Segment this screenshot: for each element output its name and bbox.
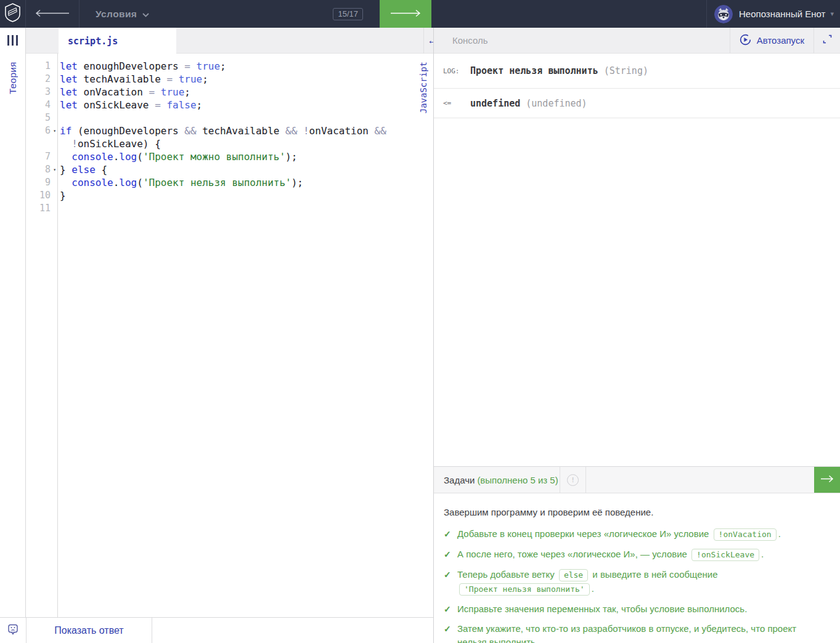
code-line[interactable]: if (enoughDevelopers && techAvailable &&…: [60, 124, 433, 137]
code-token: onVacation: [309, 125, 375, 137]
code-token: onVacation: [78, 86, 149, 98]
arrow-left-icon: [35, 9, 70, 20]
tasks-title-wrap: Задачи(выполнено 5 из 5): [434, 475, 560, 485]
code-line[interactable]: console.log('Проект нельзя выполнить');: [60, 176, 433, 189]
next-task-button[interactable]: [380, 0, 431, 28]
code-editor: 123456▾78▾91011 JavaScript let enoughDev…: [26, 54, 433, 617]
user-name: Неопознанный Енот: [739, 9, 825, 19]
code-line[interactable]: let techAvailable = true;: [60, 73, 433, 86]
code-token: }: [60, 190, 66, 201]
fold-caret-icon[interactable]: ▾: [53, 124, 56, 137]
code-line[interactable]: }: [60, 189, 433, 202]
code-line[interactable]: let onVacation = true;: [60, 86, 433, 99]
task-item: ✓Добавьте в конец проверки через «логиче…: [444, 527, 826, 541]
tasks-progress: (выполнено 5 из 5): [477, 475, 558, 485]
code-token: techAvailable: [197, 125, 286, 137]
line-number: 9: [26, 176, 57, 189]
course-dropdown[interactable]: Условия: [96, 9, 149, 20]
code-token: [161, 99, 167, 111]
tasks-info-button[interactable]: !: [560, 467, 586, 493]
code-lines[interactable]: JavaScript let enoughDevelopers = true;l…: [58, 54, 433, 617]
code-token: [60, 151, 71, 163]
shield-logo-icon: [4, 3, 21, 25]
console-entry-badge: <=: [443, 99, 470, 107]
progress-badge: 15/17: [333, 8, 363, 20]
console-entry-type: (String): [604, 65, 648, 76]
show-answer-button[interactable]: Показать ответ: [26, 618, 152, 643]
task-item: ✓Теперь добавьте ветку else и выведите в…: [444, 568, 826, 596]
autorun-button[interactable]: Автозапуск: [730, 28, 813, 53]
app-logo[interactable]: [0, 0, 26, 28]
code-token: let: [60, 99, 78, 111]
code-token: techAvailable: [78, 73, 167, 85]
console-entry: LOG:Проект нельзя выполнить(String): [434, 54, 840, 89]
code-token: 'Проект можно выполнить': [143, 151, 285, 163]
code-token: [190, 60, 197, 72]
check-icon: ✓: [444, 602, 452, 616]
console-output: LOG:Проект нельзя выполнить(String)<=und…: [434, 54, 840, 466]
code-token: onSickLeave) {: [78, 138, 161, 150]
course-title-label: Условия: [96, 9, 137, 20]
expand-icon: [823, 34, 832, 46]
code-token: [60, 177, 71, 188]
code-token: true: [179, 73, 203, 85]
code-token: ;: [220, 60, 226, 72]
code-token: if: [60, 125, 71, 137]
task-text: Добавьте в конец проверки через «логичес…: [457, 527, 781, 541]
code-token: log: [119, 151, 137, 163]
line-number: 8▾: [26, 163, 57, 176]
task-text: А после него, тоже через «логическое И»,…: [457, 548, 764, 562]
console-panel: Консоль Автозапуск LOG:Проект нельзя вып…: [433, 28, 840, 643]
tasks-header: Задачи(выполнено 5 из 5) !: [434, 466, 840, 493]
editor-footer: Показать ответ: [0, 617, 433, 643]
code-token: 'Проект нельзя выполнить': [143, 177, 292, 188]
editor-tabbar: script.js: [26, 28, 433, 54]
console-header: Консоль Автозапуск: [434, 28, 840, 54]
code-token: onSickLeave: [78, 99, 155, 111]
line-number: 11: [26, 202, 57, 215]
task-code-chip: 'Проект нельзя выполнить': [459, 583, 590, 596]
feedback-button[interactable]: [0, 618, 26, 643]
code-token: &&: [184, 125, 196, 137]
user-chevron-icon: ▾: [830, 10, 834, 18]
top-navbar: Условия 15/17: [0, 0, 840, 28]
code-line[interactable]: !onSickLeave) {: [60, 137, 433, 150]
code-line[interactable]: [60, 202, 433, 215]
code-line[interactable]: } else {: [60, 163, 433, 176]
line-number: 1: [26, 60, 57, 73]
check-icon: ✓: [444, 568, 452, 596]
code-token: console: [71, 151, 113, 163]
code-token: let: [60, 73, 78, 85]
code-line[interactable]: let enoughDevelopers = true;: [60, 60, 433, 73]
code-line[interactable]: [60, 111, 433, 124]
back-button[interactable]: [26, 0, 80, 28]
expand-console-button[interactable]: [813, 28, 840, 53]
code-token: else: [71, 164, 96, 176]
code-token: &&: [285, 125, 297, 137]
left-sidebar: Теория: [0, 28, 26, 643]
code-token: =: [155, 99, 161, 111]
tasks-intro: Завершим программу и проверим её поведен…: [444, 507, 826, 517]
fold-caret-icon[interactable]: ▾: [53, 163, 56, 176]
code-token: false: [166, 99, 196, 111]
code-token: );: [285, 151, 297, 163]
line-number: 10: [26, 189, 57, 202]
check-icon: ✓: [444, 548, 452, 562]
menu-hamburger-icon[interactable]: [7, 35, 18, 46]
code-token: ;: [184, 86, 190, 98]
code-token: [297, 125, 303, 137]
code-token: );: [292, 177, 303, 188]
code-token: console: [71, 177, 113, 188]
console-entry-type: (undefined): [526, 98, 587, 109]
user-menu[interactable]: Неопознанный Енот ▾: [706, 0, 840, 28]
line-number: 4: [26, 99, 57, 111]
code-line[interactable]: let onSickLeave = false;: [60, 99, 433, 111]
sidebar-item-theory[interactable]: Теория: [7, 62, 18, 94]
autorun-play-icon: [740, 34, 751, 47]
tab-script-js[interactable]: script.js: [59, 28, 176, 54]
editor-gutter: 123456▾78▾91011: [26, 54, 58, 617]
tasks-next-button[interactable]: [814, 467, 840, 493]
line-number: 3: [26, 86, 57, 99]
code-line[interactable]: console.log('Проект можно выполнить');: [60, 150, 433, 163]
task-text: Исправьте значения переменных так, чтобы…: [457, 602, 747, 616]
